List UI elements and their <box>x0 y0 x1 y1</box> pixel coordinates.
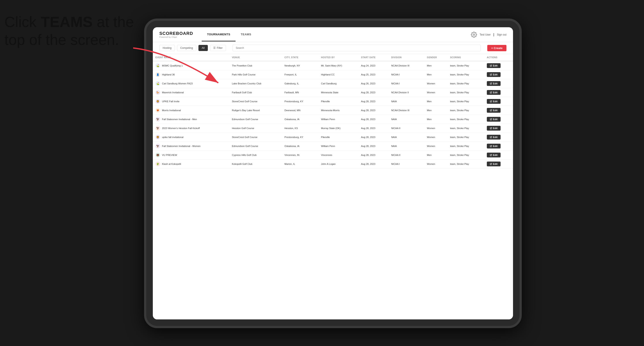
edit-button[interactable]: Edit <box>487 72 500 77</box>
gender-cell: Men <box>424 151 448 160</box>
toolbar: Hosting Competing All ☰ Filter + Create <box>153 42 513 54</box>
edit-icon <box>490 65 492 67</box>
app-header: SCOREBOARD Powered by Clippi TOURNAMENTS… <box>153 27 513 42</box>
edit-button[interactable]: Edit <box>487 144 500 149</box>
logo-area: SCOREBOARD Powered by Clippi <box>159 31 193 38</box>
col-actions: ACTIONS <box>484 54 513 61</box>
city-state-cell: Oskaloosa, IA <box>282 115 318 124</box>
hosted-by-cell: Pikeville <box>318 133 358 142</box>
table-row: ⛳ MSMC Qualifying 1 The Powelton Club Ne… <box>153 61 513 70</box>
edit-icon <box>490 136 492 138</box>
tab-teams[interactable]: TEAMS <box>236 28 256 41</box>
city-state-cell: Marion, IL <box>282 160 318 169</box>
table-row: 🐎 Maverick Invitational Faribault Golf C… <box>153 88 513 97</box>
venue-cell: The Powelton Club <box>229 61 282 70</box>
col-city-state: CITY, STATE <box>282 54 318 61</box>
team-icon: 🦅 <box>156 117 160 122</box>
division-cell: NAIA <box>388 115 424 124</box>
edit-button[interactable]: Edit <box>487 126 500 131</box>
filter-button[interactable]: ☰ Filter <box>210 45 226 51</box>
search-container <box>232 45 481 51</box>
competing-filter-button[interactable]: Competing <box>177 45 196 51</box>
gender-cell: Men <box>424 106 448 115</box>
division-cell: NICAA II <box>388 124 424 133</box>
event-name-cell: ⛳ MSMC Qualifying 1 <box>153 61 229 70</box>
venue-cell: StoneCrest Golf Course <box>229 97 282 106</box>
col-gender: GENDER <box>424 54 448 61</box>
table-row: 🐻 VU PREVIEW Cypress Hills Golf Club Vin… <box>153 151 513 160</box>
hosted-by-cell: Pikeville <box>318 97 358 106</box>
division-cell: NAIA <box>388 133 424 142</box>
event-name: Highland 36 <box>162 73 175 76</box>
division-cell: NICAA I <box>388 79 424 88</box>
edit-button[interactable]: Edit <box>487 99 500 104</box>
actions-cell: Edit <box>484 151 513 160</box>
edit-icon <box>490 145 492 147</box>
hosting-filter-button[interactable]: Hosting <box>159 45 175 51</box>
gender-cell: Men <box>424 70 448 79</box>
event-name: UPKE Fall Invite <box>162 100 180 103</box>
hosted-by-cell: Minnesota State <box>318 88 358 97</box>
scoring-cell: team, Stroke Play <box>448 88 484 97</box>
edit-button[interactable]: Edit <box>487 108 500 113</box>
venue-cell: Cypress Hills Golf Club <box>229 151 282 160</box>
edit-icon <box>490 73 492 76</box>
search-input[interactable] <box>232 45 481 51</box>
hosted-by-cell: Vincennes <box>318 151 358 160</box>
event-name-cell: 🐎 Maverick Invitational <box>153 88 229 97</box>
city-state-cell: Freeport, IL <box>282 70 318 79</box>
event-name: Fall Statesmen Invitational - Men <box>162 118 197 121</box>
gender-cell: Women <box>424 142 448 151</box>
separator: | <box>493 33 494 37</box>
edit-button[interactable]: Edit <box>487 63 500 68</box>
event-name-cell: 🌵 Klash at Kokopelli <box>153 160 229 169</box>
create-button[interactable]: + Create <box>487 45 506 51</box>
filter-icon: ☰ <box>213 46 216 49</box>
team-icon: 🐻 <box>156 153 160 158</box>
edit-button[interactable]: Edit <box>487 117 500 122</box>
division-cell: NICAA I <box>388 70 424 79</box>
all-filter-button[interactable]: All <box>198 45 208 51</box>
edit-button[interactable]: Edit <box>487 90 500 95</box>
team-icon: 🦁 <box>156 99 160 104</box>
edit-button[interactable]: Edit <box>487 162 500 166</box>
edit-button[interactable]: Edit <box>487 135 500 140</box>
edit-button[interactable]: Edit <box>487 81 500 86</box>
gender-cell: Women <box>424 124 448 133</box>
col-division: DIVISION <box>388 54 424 61</box>
edit-icon <box>490 127 492 129</box>
header-right: Test User | Sign out <box>471 32 506 38</box>
city-state-cell: Prestonsburg, KY <box>282 97 318 106</box>
scoring-cell: team, Stroke Play <box>448 124 484 133</box>
team-icon: 🦅 <box>156 126 160 131</box>
start-date-cell: Aug 28, 2023 <box>358 124 388 133</box>
gender-cell: Women <box>424 79 448 88</box>
edit-icon <box>490 109 492 111</box>
table-row: 🌵 Klash at Kokopelli Kokopelli Golf Club… <box>153 160 513 169</box>
event-name-cell: 🦁 upike fall invitational <box>153 133 229 142</box>
division-cell: NAIA <box>388 97 424 106</box>
table-row: 🦁 upike fall invitational StoneCrest Gol… <box>153 133 513 142</box>
venue-cell: Hesston Golf Course <box>229 124 282 133</box>
nav-tabs: TOURNAMENTS TEAMS <box>202 28 471 41</box>
event-name: Klash at Kokopelli <box>162 163 181 165</box>
team-icon: 👤 <box>156 72 160 77</box>
gender-cell: Women <box>424 133 448 142</box>
settings-icon[interactable] <box>471 32 477 38</box>
hosted-by-cell: John A Logan <box>318 160 358 169</box>
start-date-cell: Aug 28, 2023 <box>358 88 388 97</box>
team-icon: 🌵 <box>156 162 160 166</box>
division-cell: NICAA II <box>388 151 424 160</box>
instruction-text: Click TEAMS at the top of the screen. <box>4 13 140 49</box>
edit-icon <box>490 91 492 94</box>
edit-icon <box>490 82 492 85</box>
col-start-date: START DATE <box>358 54 388 61</box>
filter-label: Filter <box>217 46 223 49</box>
event-name: MSMC Qualifying 1 <box>162 64 183 67</box>
table-row: 🦅 2023 Women's Hesston Fall Kickoff Hess… <box>153 124 513 133</box>
gender-cell: Women <box>424 88 448 97</box>
edit-button[interactable]: Edit <box>487 153 500 158</box>
division-cell: NCAA Division III <box>388 61 424 70</box>
tab-tournaments[interactable]: TOURNAMENTS <box>202 28 235 41</box>
sign-out-link[interactable]: Sign out <box>497 33 506 36</box>
